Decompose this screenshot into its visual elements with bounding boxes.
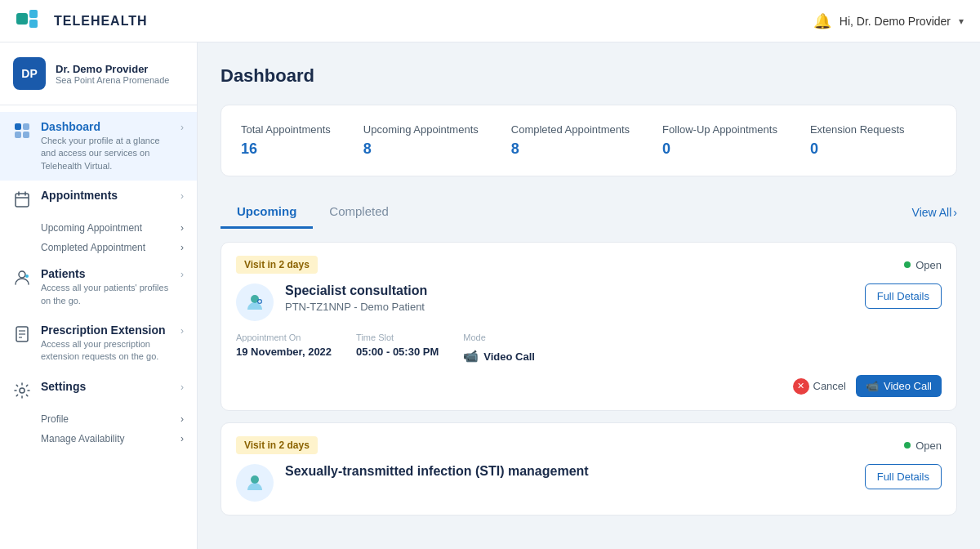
appointment-icon — [236, 464, 274, 502]
sidebar-item-desc-prescription: Access all your prescription extension r… — [41, 338, 171, 364]
svg-rect-4 — [23, 123, 29, 130]
sidebar-item-desc-patients: Access all your patients' profiles on th… — [41, 282, 171, 307]
stat-followup-appointments: Follow-Up Appointments 0 — [662, 123, 777, 158]
status-indicator: Open — [904, 259, 942, 271]
app-header: TELEHEALTH 🔔 Hi, Dr. Demo Provider ▾ — [0, 0, 980, 42]
stat-value: 8 — [511, 141, 630, 158]
sidebar-item-patients[interactable]: Patients Access all your patients' profi… — [0, 259, 197, 315]
sidebar-item-label-settings: Settings — [41, 380, 171, 393]
stat-value: 0 — [810, 141, 905, 158]
card-left: Specialist consultation PTN-TZ1NNP - Dem… — [236, 283, 427, 321]
stats-row: Total Appointments 16 Upcoming Appointme… — [220, 105, 957, 176]
video-icon: 📹 — [463, 349, 479, 364]
notification-icon[interactable]: 🔔 — [813, 12, 831, 30]
appointment-title: Sexually-transmitted infection (STI) man… — [285, 464, 589, 479]
full-details-button[interactable]: Full Details — [865, 283, 942, 309]
main-content: Dashboard Total Appointments 16 Upcoming… — [198, 42, 980, 549]
sidebar-item-label-dashboard: Dashboard — [41, 120, 171, 133]
card-top-row: Visit in 2 days Open — [236, 256, 942, 274]
mode-row: 📹 Video Call — [463, 349, 535, 364]
logo-area: TELEHEALTH — [16, 10, 148, 33]
provider-info: Dr. Demo Provider Sea Point Arena Promen… — [56, 63, 169, 85]
video-call-icon: 📹 — [866, 380, 879, 392]
dashboard-nav-content: Dashboard Check your profile at a glance… — [41, 120, 171, 172]
full-details-button[interactable]: Full Details — [865, 464, 942, 489]
sidebar-item-label-appointments: Appointments — [41, 189, 171, 202]
chevron-right-icon: › — [180, 242, 184, 253]
patients-icon — [13, 269, 31, 287]
patients-nav-content: Patients Access all your patients' profi… — [41, 267, 171, 307]
sidebar-item-completed-appointment[interactable]: Completed Appointment › — [0, 238, 197, 257]
chevron-right-icon: › — [180, 433, 184, 444]
logo-icon — [16, 10, 46, 33]
stat-label: Follow-Up Appointments — [662, 123, 777, 136]
time-slot-value: 05:00 - 05:30 PM — [356, 346, 439, 358]
chevron-right-icon: › — [180, 269, 184, 280]
appointment-info: Sexually-transmitted infection (STI) man… — [285, 464, 589, 479]
svg-point-17 — [20, 388, 24, 393]
chevron-right-icon: › — [180, 413, 184, 425]
sidebar-item-label-patients: Patients — [41, 267, 171, 280]
main-nav: Dashboard Check your profile at a glance… — [0, 105, 197, 457]
svg-rect-6 — [23, 132, 29, 138]
sidebar-item-settings[interactable]: Settings › — [0, 372, 197, 408]
svg-point-22 — [251, 475, 259, 484]
stat-value: 0 — [662, 141, 777, 158]
settings-sub-nav: Profile › Manage Availability › — [0, 408, 197, 450]
appointment-icon — [236, 283, 274, 321]
mode-col: Mode 📹 Video Call — [463, 333, 535, 364]
cancel-button[interactable]: ✕ Cancel — [793, 378, 846, 395]
card-details-row: Appointment On 19 November, 2022 Time Sl… — [236, 333, 942, 364]
provider-location: Sea Point Arena Promenade — [56, 75, 169, 85]
sidebar-item-upcoming-appointment[interactable]: Upcoming Appointment › — [0, 218, 197, 238]
stat-completed-appointments: Completed Appointments 8 — [511, 123, 630, 158]
dashboard-icon — [13, 122, 31, 140]
stat-label: Upcoming Appointments — [363, 123, 479, 136]
sidebar-item-manage-availability[interactable]: Manage Availability › — [0, 429, 197, 449]
stat-label: Completed Appointments — [511, 123, 630, 136]
stat-upcoming-appointments: Upcoming Appointments 8 — [363, 123, 479, 158]
tabs-left: Upcoming Completed — [220, 196, 405, 229]
appointment-title: Specialist consultation — [285, 283, 427, 298]
view-all-link[interactable]: View All › — [912, 206, 957, 219]
svg-rect-2 — [29, 20, 38, 28]
mode-label: Mode — [463, 333, 535, 342]
chevron-right-icon: › — [180, 190, 184, 202]
chevron-down-icon[interactable]: ▾ — [959, 16, 964, 27]
svg-point-12 — [25, 274, 29, 278]
svg-rect-1 — [29, 10, 38, 18]
appointment-info: Specialist consultation PTN-TZ1NNP - Dem… — [285, 283, 427, 313]
visit-badge: Visit in 2 days — [236, 256, 318, 274]
prescription-nav-content: Prescription Extension Access all your p… — [41, 324, 171, 364]
app-title: TELEHEALTH — [54, 14, 148, 29]
status-dot — [904, 261, 911, 268]
mode-value: Video Call — [483, 350, 535, 363]
sidebar-item-desc-dashboard: Check your profile at a glance and acces… — [41, 135, 171, 172]
tab-upcoming[interactable]: Upcoming — [220, 196, 313, 229]
tab-completed[interactable]: Completed — [313, 196, 405, 229]
sidebar-item-appointments[interactable]: Appointments › — [0, 181, 197, 216]
main-layout: DP Dr. Demo Provider Sea Point Arena Pro… — [0, 42, 980, 549]
sidebar-item-dashboard[interactable]: Dashboard Check your profile at a glance… — [0, 112, 197, 181]
provider-name: Dr. Demo Provider — [56, 63, 169, 75]
stat-value: 8 — [363, 141, 479, 158]
sidebar-item-label-prescription: Prescription Extension — [41, 324, 171, 337]
status-indicator: Open — [904, 440, 942, 452]
appointment-on-label: Appointment On — [236, 333, 332, 342]
card-top-row: Visit in 2 days Open — [236, 436, 942, 454]
sidebar-item-prescription-extension[interactable]: Prescription Extension Access all your p… — [0, 315, 197, 372]
header-user-label[interactable]: Hi, Dr. Demo Provider — [840, 15, 951, 28]
sidebar-item-profile[interactable]: Profile › — [0, 409, 197, 429]
card-actions-row: ✕ Cancel 📹 Video Call — [236, 375, 942, 397]
prescription-icon — [13, 325, 31, 343]
chevron-right-icon: › — [180, 382, 184, 393]
provider-card: DP Dr. Demo Provider Sea Point Arena Pro… — [0, 42, 197, 105]
chevron-right-icon: › — [953, 206, 957, 219]
svg-rect-7 — [16, 194, 29, 207]
appointment-patient: PTN-TZ1NNP - Demo Patient — [285, 301, 427, 313]
stat-label: Total Appointments — [241, 123, 331, 136]
card-main-row: Specialist consultation PTN-TZ1NNP - Dem… — [236, 283, 942, 321]
page-title: Dashboard — [220, 65, 957, 87]
video-call-button[interactable]: 📹 Video Call — [856, 375, 942, 397]
appointment-card-1: Visit in 2 days Open Sexually-transmi — [220, 422, 957, 516]
